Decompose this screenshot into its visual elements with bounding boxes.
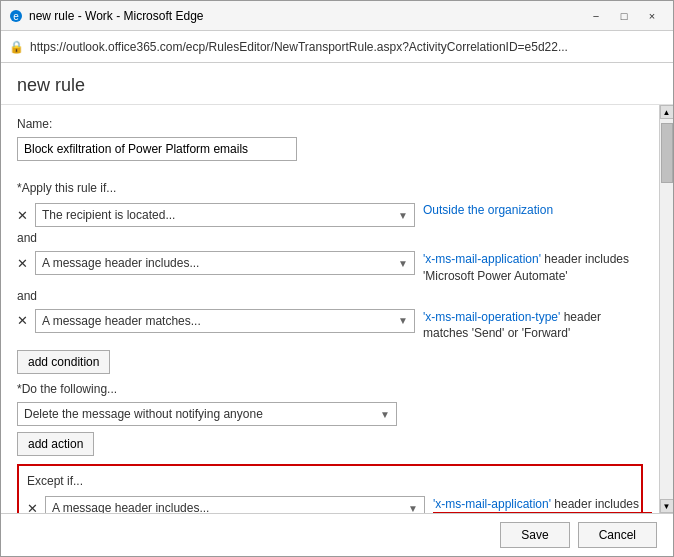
form-area: Name: *Apply this rule if... ✕ The recip… — [1, 105, 659, 513]
condition-0-text: The recipient is located... — [42, 208, 175, 222]
condition-1-end: 'Microsoft Power Automate' — [423, 269, 568, 283]
scroll-up[interactable]: ▲ — [660, 105, 674, 119]
name-label: Name: — [17, 117, 643, 131]
title-bar: e new rule - Work - Microsoft Edge − □ × — [1, 1, 673, 31]
condition-0-dropdown[interactable]: The recipient is located... ▼ — [35, 203, 415, 227]
except-condition-text: A message header includes... — [52, 501, 209, 513]
edge-icon: e — [9, 9, 23, 23]
condition-1-arrow: ▼ — [398, 258, 408, 269]
url-text: https://outlook.office365.com/ecp/RulesE… — [30, 40, 665, 54]
except-value-mid: header includes — [551, 497, 639, 511]
window: e new rule - Work - Microsoft Edge − □ ×… — [0, 0, 674, 557]
condition-2-arrow: ▼ — [398, 315, 408, 326]
minimize-button[interactable]: − — [583, 5, 609, 27]
svg-text:e: e — [13, 11, 19, 22]
apply-label: *Apply this rule if... — [17, 181, 643, 195]
name-section: Name: — [17, 117, 643, 173]
except-condition-dropdown[interactable]: A message header includes... ▼ — [45, 496, 425, 513]
main-area: Name: *Apply this rule if... ✕ The recip… — [1, 105, 673, 513]
and-label-1: and — [17, 231, 643, 245]
do-label: *Do the following... — [17, 382, 643, 396]
address-bar: 🔒 https://outlook.office365.com/ecp/Rule… — [1, 31, 673, 63]
remove-condition-1[interactable]: ✕ — [17, 256, 31, 271]
condition-1-dropdown[interactable]: A message header includes... ▼ — [35, 251, 415, 275]
condition-1-value: 'x-ms-mail-application' header includes … — [423, 251, 643, 285]
except-value: 'x-ms-mail-application' header includes … — [433, 496, 652, 513]
action-arrow: ▼ — [380, 409, 390, 420]
except-label: Except if... — [27, 474, 633, 488]
condition-0-value: Outside the organization — [423, 203, 553, 221]
except-section: Except if... ✕ A message header includes… — [17, 464, 643, 513]
footer: Save Cancel — [1, 513, 673, 556]
restore-button[interactable]: □ — [611, 5, 637, 27]
title-bar-left: e new rule - Work - Microsoft Edge — [9, 9, 204, 23]
condition-2-end: 'Send' or 'Forward' — [472, 326, 571, 340]
lock-icon: 🔒 — [9, 40, 24, 54]
scroll-down[interactable]: ▼ — [660, 499, 674, 513]
condition-0-arrow: ▼ — [398, 210, 408, 221]
condition-2-text: A message header matches... — [42, 314, 201, 328]
scroll-thumb[interactable] — [661, 123, 673, 183]
name-input[interactable] — [17, 137, 297, 161]
add-condition-button[interactable]: add condition — [17, 350, 110, 374]
remove-exception-0[interactable]: ✕ — [27, 501, 41, 513]
condition-2-link[interactable]: 'x-ms-mail-operation-type' — [423, 310, 560, 324]
apply-section: *Apply this rule if... ✕ The recipient i… — [17, 181, 643, 374]
condition-2-value: 'x-ms-mail-operation-type' header matche… — [423, 309, 643, 343]
except-value-link[interactable]: 'x-ms-mail-application' — [433, 497, 551, 511]
scroll-track[interactable] — [660, 119, 673, 499]
remove-condition-0[interactable]: ✕ — [17, 208, 31, 223]
condition-1-link[interactable]: 'x-ms-mail-application' — [423, 252, 541, 266]
condition-0-link[interactable]: Outside the organization — [423, 203, 553, 217]
page-header: new rule — [1, 63, 673, 105]
condition-1-text: A message header includes... — [42, 256, 199, 270]
close-button[interactable]: × — [639, 5, 665, 27]
scrollbar: ▲ ▼ — [659, 105, 673, 513]
condition-2-dropdown[interactable]: A message header matches... ▼ — [35, 309, 415, 333]
remove-condition-2[interactable]: ✕ — [17, 313, 31, 328]
cancel-button[interactable]: Cancel — [578, 522, 657, 548]
action-dropdown[interactable]: Delete the message without notifying any… — [17, 402, 397, 426]
action-text: Delete the message without notifying any… — [24, 407, 263, 421]
do-section: *Do the following... Delete the message … — [17, 382, 643, 456]
page-title: new rule — [17, 75, 657, 96]
condition-1-mid: header includes — [541, 252, 629, 266]
add-action-button[interactable]: add action — [17, 432, 94, 456]
title-bar-controls: − □ × — [583, 5, 665, 27]
except-condition-arrow: ▼ — [408, 503, 418, 513]
save-button[interactable]: Save — [500, 522, 569, 548]
and-label-2: and — [17, 289, 643, 303]
page-content: new rule Name: *Apply this rule if... ✕ — [1, 63, 673, 556]
window-title: new rule - Work - Microsoft Edge — [29, 9, 204, 23]
